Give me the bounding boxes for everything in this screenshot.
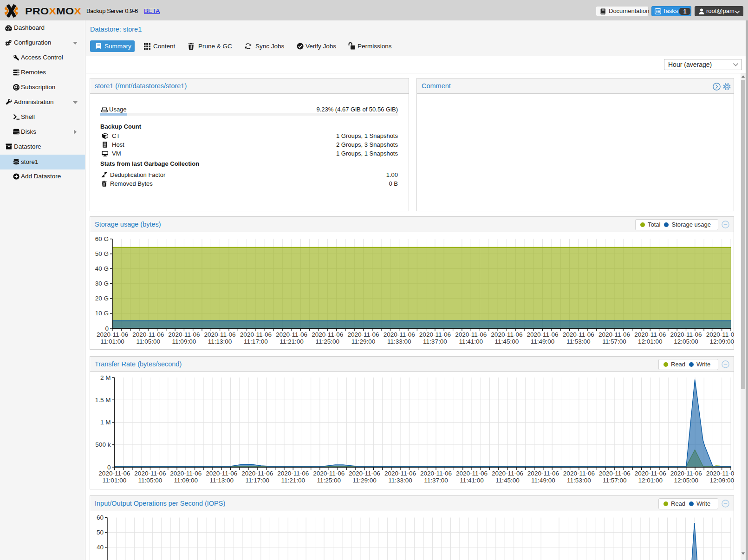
svg-text:11:57:00: 11:57:00 bbox=[603, 477, 627, 484]
svg-text:2020-11-06: 2020-11-06 bbox=[527, 470, 559, 477]
svg-text:60: 60 bbox=[97, 514, 104, 521]
svg-text:11:17:00: 11:17:00 bbox=[245, 477, 269, 484]
svg-text:2020-11-06: 2020-11-06 bbox=[240, 331, 272, 338]
svg-text:2020-11-06: 2020-11-06 bbox=[670, 470, 702, 477]
svg-text:PROXMOX: PROXMOX bbox=[25, 6, 81, 16]
svg-text:11:21:00: 11:21:00 bbox=[280, 338, 304, 345]
svg-text:11:41:00: 11:41:00 bbox=[459, 338, 483, 345]
svg-text:2020-11-06: 2020-11-06 bbox=[599, 470, 631, 477]
svg-text:2020-11-06: 2020-11-06 bbox=[706, 331, 734, 338]
svg-text:11:29:00: 11:29:00 bbox=[351, 338, 376, 345]
svg-text:1.5 M: 1.5 M bbox=[95, 397, 111, 404]
svg-text:2020-11-06: 2020-11-06 bbox=[527, 331, 559, 338]
svg-text:2020-11-06: 2020-11-06 bbox=[132, 331, 164, 338]
svg-text:30 G: 30 G bbox=[95, 280, 109, 287]
svg-text:2020-11-06: 2020-11-06 bbox=[204, 331, 236, 338]
svg-text:2020-11-06: 2020-11-06 bbox=[98, 470, 130, 477]
svg-text:500 k: 500 k bbox=[95, 441, 111, 448]
svg-text:2020-11-06: 2020-11-06 bbox=[492, 470, 523, 477]
svg-text:60 G: 60 G bbox=[95, 235, 109, 242]
svg-text:11:33:00: 11:33:00 bbox=[388, 477, 412, 484]
svg-text:12:09:00: 12:09:00 bbox=[709, 338, 734, 345]
svg-text:2020-11-06: 2020-11-06 bbox=[598, 331, 630, 338]
svg-text:2020-11-06: 2020-11-06 bbox=[455, 331, 487, 338]
svg-text:11:05:00: 11:05:00 bbox=[136, 338, 160, 345]
svg-text:11:25:00: 11:25:00 bbox=[316, 338, 340, 345]
svg-text:2020-11-06: 2020-11-06 bbox=[241, 470, 273, 477]
svg-text:11:41:00: 11:41:00 bbox=[460, 477, 484, 484]
svg-text:2020-11-06: 2020-11-06 bbox=[277, 470, 309, 477]
svg-text:11:13:00: 11:13:00 bbox=[210, 477, 234, 484]
svg-text:40: 40 bbox=[97, 544, 104, 551]
svg-text:11:49:00: 11:49:00 bbox=[531, 338, 555, 345]
svg-text:11:09:00: 11:09:00 bbox=[174, 477, 198, 484]
svg-text:50 G: 50 G bbox=[95, 250, 109, 257]
svg-text:2020-11-06: 2020-11-06 bbox=[312, 331, 343, 338]
svg-text:11:57:00: 11:57:00 bbox=[602, 338, 626, 345]
svg-text:11:17:00: 11:17:00 bbox=[244, 338, 268, 345]
svg-text:11:21:00: 11:21:00 bbox=[281, 477, 305, 484]
svg-text:10 G: 10 G bbox=[95, 310, 109, 317]
svg-text:2020-11-06: 2020-11-06 bbox=[635, 470, 666, 477]
svg-text:2020-11-06: 2020-11-06 bbox=[563, 470, 595, 477]
svg-text:2020-11-06: 2020-11-06 bbox=[419, 331, 451, 338]
svg-text:2020-11-06: 2020-11-06 bbox=[706, 470, 734, 477]
svg-text:2020-11-06: 2020-11-06 bbox=[134, 470, 166, 477]
svg-text:11:53:00: 11:53:00 bbox=[567, 477, 591, 484]
svg-text:12:09:00: 12:09:00 bbox=[709, 477, 734, 484]
svg-text:12:05:00: 12:05:00 bbox=[674, 477, 699, 484]
svg-text:50: 50 bbox=[97, 529, 104, 536]
svg-text:11:45:00: 11:45:00 bbox=[495, 338, 519, 345]
svg-text:2 M: 2 M bbox=[100, 374, 111, 381]
svg-text:2020-11-06: 2020-11-06 bbox=[276, 331, 307, 338]
svg-text:2020-11-06: 2020-11-06 bbox=[491, 331, 522, 338]
svg-text:11:13:00: 11:13:00 bbox=[208, 338, 232, 345]
svg-text:2020-11-06: 2020-11-06 bbox=[420, 470, 452, 477]
svg-text:12:05:00: 12:05:00 bbox=[674, 338, 698, 345]
svg-text:2020-11-06: 2020-11-06 bbox=[384, 331, 415, 338]
svg-text:1 M: 1 M bbox=[100, 419, 111, 426]
svg-text:2020-11-06: 2020-11-06 bbox=[168, 331, 200, 338]
svg-text:11:05:00: 11:05:00 bbox=[138, 477, 163, 484]
svg-text:12:01:00: 12:01:00 bbox=[638, 477, 663, 484]
svg-text:11:09:00: 11:09:00 bbox=[172, 338, 196, 345]
svg-text:2020-11-06: 2020-11-06 bbox=[313, 470, 345, 477]
svg-text:2020-11-06: 2020-11-06 bbox=[349, 470, 380, 477]
svg-text:11:01:00: 11:01:00 bbox=[103, 477, 127, 484]
svg-text:2020-11-06: 2020-11-06 bbox=[670, 331, 702, 338]
svg-text:11:29:00: 11:29:00 bbox=[352, 477, 377, 484]
svg-text:11:37:00: 11:37:00 bbox=[423, 338, 447, 345]
svg-text:40 G: 40 G bbox=[95, 265, 109, 272]
svg-text:2020-11-06: 2020-11-06 bbox=[206, 470, 237, 477]
svg-text:11:45:00: 11:45:00 bbox=[495, 477, 520, 484]
svg-text:12:01:00: 12:01:00 bbox=[638, 338, 663, 345]
svg-text:11:25:00: 11:25:00 bbox=[317, 477, 341, 484]
svg-text:11:37:00: 11:37:00 bbox=[424, 477, 448, 484]
svg-text:11:53:00: 11:53:00 bbox=[566, 338, 591, 345]
svg-text:11:49:00: 11:49:00 bbox=[531, 477, 555, 484]
svg-text:2020-11-06: 2020-11-06 bbox=[347, 331, 379, 338]
svg-text:2020-11-06: 2020-11-06 bbox=[170, 470, 202, 477]
svg-text:11:33:00: 11:33:00 bbox=[387, 338, 411, 345]
svg-text:20 G: 20 G bbox=[95, 295, 109, 302]
svg-text:2020-11-06: 2020-11-06 bbox=[634, 331, 666, 338]
svg-text:2020-11-06: 2020-11-06 bbox=[384, 470, 416, 477]
svg-text:2020-11-06: 2020-11-06 bbox=[97, 331, 128, 338]
svg-text:2020-11-06: 2020-11-06 bbox=[456, 470, 488, 477]
svg-text:2020-11-06: 2020-11-06 bbox=[563, 331, 594, 338]
svg-text:11:01:00: 11:01:00 bbox=[100, 338, 124, 345]
